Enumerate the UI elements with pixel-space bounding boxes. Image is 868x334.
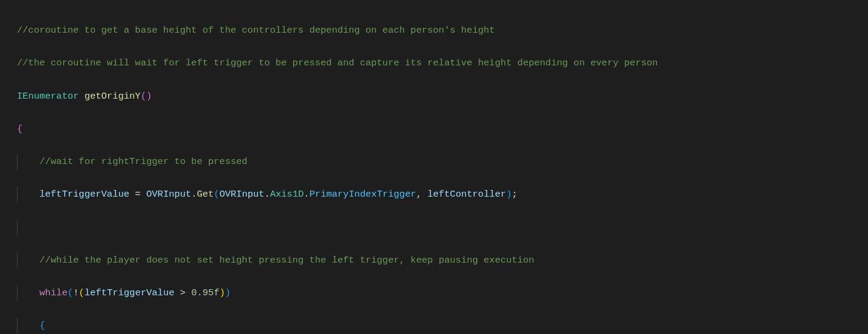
operator: = xyxy=(135,189,140,200)
enum-value: PrimaryIndexTrigger xyxy=(309,189,416,200)
code-line: while(!(leftTriggerValue > 0.95f)) xyxy=(0,285,868,301)
code-line: //coroutine to get a base height of the … xyxy=(0,22,868,39)
comment: //the coroutine will wait for left trigg… xyxy=(17,57,658,68)
comment: //coroutine to get a base height of the … xyxy=(17,25,495,36)
method-call: Get xyxy=(197,189,214,200)
paren: () xyxy=(141,91,152,102)
method-name: getOriginY xyxy=(85,91,141,102)
class-ref: OVRInput xyxy=(219,189,264,200)
code-line: //the coroutine will wait for left trigg… xyxy=(0,55,868,71)
code-line: //while the player does not set height p… xyxy=(0,252,868,269)
comment: //wait for rightTrigger to be pressed xyxy=(39,156,247,167)
variable: leftController xyxy=(427,189,506,200)
code-line: IEnumerator getOriginY() xyxy=(0,88,868,105)
variable: leftTriggerValue xyxy=(39,189,129,200)
code-line xyxy=(0,220,868,236)
paren: ) xyxy=(219,287,225,298)
paren: ) xyxy=(225,287,230,298)
number-literal: 0.95f xyxy=(191,287,219,298)
code-line: { xyxy=(0,121,868,137)
paren: ( xyxy=(214,189,219,200)
paren: ) xyxy=(506,189,511,200)
code-editor[interactable]: //coroutine to get a base height of the … xyxy=(0,6,868,334)
enum-type: Axis1D xyxy=(270,189,304,200)
variable: leftTriggerValue xyxy=(85,287,175,298)
brace-open: { xyxy=(17,123,22,134)
comment: //while the player does not set height p… xyxy=(39,255,534,266)
paren: ( xyxy=(68,287,73,298)
code-line: //wait for rightTrigger to be pressed xyxy=(0,154,868,170)
keyword: while xyxy=(39,287,68,298)
code-line: leftTriggerValue = OVRInput.Get(OVRInput… xyxy=(0,186,868,203)
code-line: { xyxy=(0,318,868,334)
brace-open: { xyxy=(39,320,45,331)
class-ref: OVRInput xyxy=(146,189,191,200)
paren: ( xyxy=(79,287,84,298)
return-type: IEnumerator xyxy=(17,91,79,102)
